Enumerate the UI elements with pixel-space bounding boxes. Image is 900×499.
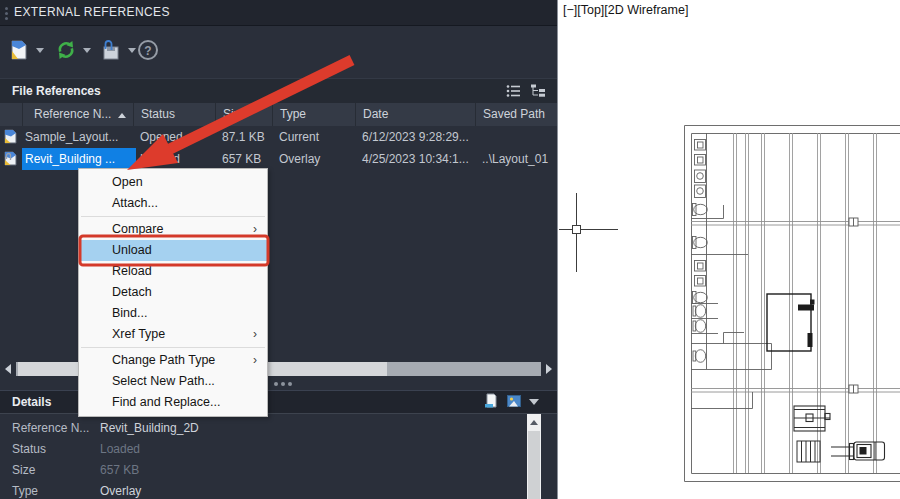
details-panel: Reference N... Revit_Building_2D Status …	[0, 413, 557, 499]
column-header-icon	[0, 103, 22, 126]
cell-status: Loaded	[133, 148, 222, 170]
attach-dwg-button[interactable]	[8, 39, 30, 61]
sort-ascending-icon	[118, 113, 126, 118]
file-references-header: File References	[0, 78, 557, 104]
refresh-dropdown-chevron-icon[interactable]	[83, 48, 91, 53]
menu-item-bind[interactable]: Bind...	[79, 303, 267, 324]
palette-drag-grip[interactable]	[5, 7, 8, 10]
details-label: Size	[12, 460, 35, 481]
cell-status: Opened	[133, 126, 222, 148]
submenu-arrow-icon: ›	[253, 324, 257, 345]
details-label: Type	[12, 481, 38, 499]
submenu-arrow-icon: ›	[253, 350, 257, 371]
cell-size: 87.1 KB	[215, 126, 279, 148]
menu-item-compare[interactable]: Compare›	[79, 219, 267, 240]
details-view-icon[interactable]	[483, 393, 499, 409]
menu-item-unload[interactable]: Unload	[79, 240, 267, 261]
menu-item-find-and-replace[interactable]: Find and Replace...	[79, 392, 267, 413]
attach-dropdown-chevron-icon[interactable]	[36, 48, 44, 53]
xref-row-revit-building[interactable]: Revit_Building ... Loaded 657 KB Overlay…	[0, 148, 557, 170]
menu-item-change-path-type[interactable]: Change Path Type›	[79, 350, 267, 371]
palette-title: EXTERNAL REFERENCES	[14, 5, 170, 19]
dwg-file-icon	[3, 129, 18, 144]
details-value: Loaded	[100, 439, 140, 460]
details-scrollbar-thumb[interactable]	[528, 431, 540, 499]
column-header-status[interactable]: Status	[133, 103, 215, 126]
cell-date: 6/12/2023 9:28:29...	[355, 126, 482, 148]
list-view-icon[interactable]	[505, 84, 523, 98]
scroll-right-arrow-icon[interactable]	[546, 364, 552, 374]
menu-item-open[interactable]: Open	[79, 172, 267, 193]
cell-reference-name[interactable]: Sample_Layout...	[22, 126, 136, 148]
details-value: Revit_Building_2D	[100, 418, 199, 439]
menu-item-reload[interactable]: Reload	[79, 261, 267, 282]
column-header-type[interactable]: Type	[272, 103, 355, 126]
column-header-saved-path[interactable]: Saved Path	[475, 103, 557, 126]
column-header-date[interactable]: Date	[355, 103, 475, 126]
scroll-up-arrow-icon[interactable]	[530, 420, 538, 425]
svg-text:?: ?	[144, 44, 151, 58]
cell-reference-name-selected[interactable]: Revit_Building ...	[22, 148, 136, 170]
menu-item-attach[interactable]: Attach...	[79, 193, 267, 214]
dwg-xref-attached-icon	[3, 151, 18, 166]
menu-separator	[81, 216, 265, 217]
tree-view-icon[interactable]	[529, 84, 547, 98]
cell-size: 657 KB	[215, 148, 279, 170]
details-dropdown-chevron-icon[interactable]	[529, 399, 539, 405]
details-value: Overlay	[100, 481, 141, 499]
cell-date: 4/25/2023 10:34:1...	[355, 148, 482, 170]
menu-separator	[81, 347, 265, 348]
palette-titlebar: EXTERNAL REFERENCES	[0, 0, 557, 26]
cell-saved-path	[475, 126, 557, 148]
menu-item-detach[interactable]: Detach	[79, 282, 267, 303]
panel-resize-grip[interactable]	[274, 382, 278, 386]
details-label: Status	[12, 439, 46, 460]
column-header-size[interactable]: Size	[215, 103, 272, 126]
menu-item-select-new-path[interactable]: Select New Path...	[79, 371, 267, 392]
change-path-button[interactable]	[99, 39, 121, 61]
cell-type: Overlay	[272, 148, 362, 170]
drawing-viewport[interactable]: [−][Top][2D Wireframe]	[557, 0, 900, 499]
xref-row-sample-layout[interactable]: Sample_Layout... Opened 87.1 KB Current …	[0, 126, 557, 148]
floor-plan-2d-wireframe	[558, 0, 900, 499]
preview-image-icon[interactable]	[506, 393, 522, 409]
cell-saved-path: ..\Layout_01	[475, 148, 564, 170]
help-button[interactable]: ?	[137, 39, 159, 61]
cell-type: Current	[272, 126, 362, 148]
details-value: 657 KB	[100, 460, 139, 481]
refresh-button[interactable]	[55, 39, 77, 61]
details-label: Reference N...	[12, 418, 89, 439]
submenu-arrow-icon: ›	[253, 219, 257, 240]
crosshair-cursor	[559, 193, 618, 272]
path-dropdown-chevron-icon[interactable]	[128, 48, 136, 53]
menu-item-xref-type[interactable]: Xref Type›	[79, 324, 267, 345]
details-vertical-scrollbar[interactable]	[527, 414, 541, 499]
column-header-reference-name[interactable]: Reference N...	[22, 103, 133, 126]
details-title: Details	[12, 395, 51, 409]
xref-context-menu: Open Attach... Compare› Unload Reload De…	[78, 168, 268, 417]
file-references-title: File References	[12, 84, 101, 98]
scroll-left-arrow-icon[interactable]	[5, 364, 11, 374]
